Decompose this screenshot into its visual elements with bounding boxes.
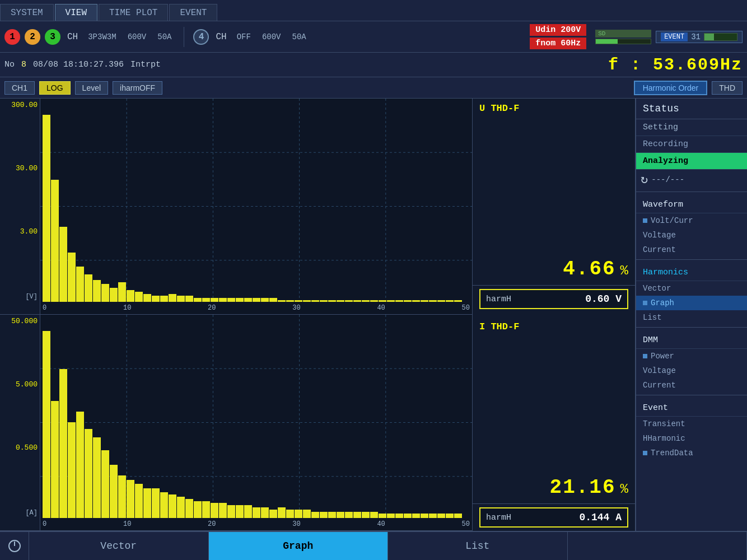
menu-system[interactable]: SYSTEM (0, 4, 54, 21)
sidebar-volt-curr[interactable]: Volt/Curr (636, 213, 747, 228)
v-bar-5 (85, 274, 92, 302)
event-box: EVENT 31 (656, 31, 743, 43)
sidebar-setting-btn[interactable]: Setting (636, 119, 747, 136)
rotate-icon: ↻ (641, 172, 648, 187)
right-sidebar: Status Setting Recording Analyzing ↻ ---… (635, 99, 747, 531)
a-bar-15 (169, 494, 176, 518)
bottom-tab-vector[interactable]: Vector (29, 532, 209, 560)
voltage-harm-value: 0.60 V (585, 293, 622, 305)
a-bar-24 (244, 505, 252, 518)
sidebar-trenddata[interactable]: TrendData (636, 446, 747, 460)
sidebar-recording-btn[interactable]: Recording (636, 136, 747, 153)
ch4-status: OFF (237, 32, 251, 41)
voltage-y-unit: [V] (25, 293, 38, 301)
level-button[interactable]: Level (75, 81, 108, 95)
sidebar-analyzing-btn[interactable]: Analyzing (636, 153, 747, 170)
dmm-current-label: Current (643, 381, 676, 390)
v-bar-25 (253, 298, 260, 302)
menu-timeplot[interactable]: TIME PLOT (99, 4, 168, 21)
intrpt-label: Intrpt (130, 60, 161, 69)
ch4-label: CH (216, 32, 226, 42)
v-bar-24 (244, 298, 252, 302)
v-bar-6 (93, 280, 101, 302)
ch1-badge: 1 (4, 29, 20, 45)
current-thd-value: 21.16 (550, 476, 616, 499)
a-x-30: 30 (292, 520, 300, 530)
transient-label: Transient (643, 419, 685, 428)
harmonic-order-button[interactable]: Harmonic Order (634, 81, 708, 95)
v-bar-26 (261, 298, 269, 302)
v-bar-17 (185, 296, 193, 302)
v-bar-16 (177, 296, 185, 302)
freq-label: f : (608, 55, 642, 74)
a-bar-33 (320, 512, 328, 518)
graph-label: Graph (651, 298, 674, 307)
voltage-thd-value: 4.66 (563, 258, 615, 281)
sidebar-dmm-current[interactable]: Current (636, 378, 747, 393)
menu-view[interactable]: VIEW (55, 4, 97, 21)
current-y-axis: 50.000 5.000 0.500 [A] (0, 315, 40, 530)
a-bar-38 (362, 512, 370, 518)
a-bar-4 (76, 412, 84, 518)
a-bar-26 (261, 507, 269, 518)
sidebar-list[interactable]: List (636, 310, 747, 325)
top-menu-bar: SYSTEM VIEW TIME PLOT EVENT (0, 0, 747, 21)
a-bar-27 (269, 510, 277, 518)
a-x-10: 10 (123, 520, 131, 530)
trenddata-label: TrendData (651, 449, 693, 458)
v-bar-19 (202, 298, 210, 302)
voltage-thd-title: U THD-F (479, 103, 628, 114)
power-icon (7, 538, 22, 554)
sidebar-dmm-power[interactable]: Power (636, 349, 747, 363)
thd-button[interactable]: THD (712, 81, 743, 95)
v-bar-15 (169, 294, 176, 302)
sidebar-dmm-voltage[interactable]: Voltage (636, 363, 747, 378)
sd-bar (596, 39, 618, 44)
a-bar-29 (286, 510, 294, 518)
power-bullet (643, 354, 647, 358)
v-y-label-2: 30.00 (16, 164, 38, 172)
sidebar-sep1 (636, 192, 747, 192)
a-bar-30 (295, 510, 302, 518)
sidebar-vector[interactable]: Vector (636, 281, 747, 296)
iharm-button[interactable]: iharmOFF (113, 81, 162, 95)
voltage-harm-readout: harmH 0.60 V (479, 289, 628, 309)
bottom-tab-graph[interactable]: Graph (209, 532, 389, 560)
v-x-50: 50 (462, 304, 470, 314)
ch-button[interactable]: CH1 (4, 81, 35, 95)
v-bar-9 (118, 282, 126, 302)
a-bar-20 (211, 503, 218, 518)
v-bar-4 (76, 267, 84, 302)
v-y-label-3: 3.00 (20, 227, 38, 236)
v-bar-13 (152, 296, 160, 302)
v-bar-22 (227, 298, 235, 302)
bottom-tab-list[interactable]: List (388, 532, 568, 560)
a-bar-41 (387, 514, 395, 518)
current-chart-plot: 0 10 20 30 40 50 (40, 315, 472, 530)
menu-event[interactable]: EVENT (169, 4, 217, 21)
dmm-voltage-label: Voltage (643, 366, 676, 375)
sidebar-transient[interactable]: Transient (636, 417, 747, 431)
fnom-display: fnom 60Hz (530, 38, 586, 49)
sidebar-voltage[interactable]: Voltage (636, 228, 747, 242)
log-button[interactable]: LOG (39, 81, 71, 95)
sd-area: SD (595, 30, 651, 44)
voltage-y-axis: 300.00 30.00 3.00 [V] (0, 99, 40, 314)
sidebar-graph[interactable]: Graph (636, 296, 747, 310)
v-bar-18 (194, 298, 202, 302)
sidebar-current[interactable]: Current (636, 242, 747, 257)
a-y-label-1: 50.000 (11, 317, 38, 325)
current-harm-label: harmH (486, 513, 511, 522)
volt-curr-bullet (643, 218, 647, 223)
a-bar-7 (101, 450, 109, 518)
controls-row: CH1 LOG Level iharmOFF Harmonic Order TH… (0, 77, 747, 99)
a-bar-0 (43, 331, 50, 518)
voltage-bars (40, 99, 472, 302)
a-bar-44 (412, 514, 420, 518)
sidebar-hharmonic[interactable]: HHarmonic (636, 431, 747, 446)
a-x-40: 40 (377, 520, 385, 530)
header-divider1 (184, 27, 184, 47)
v-bar-8 (110, 288, 118, 302)
v-bar-14 (160, 296, 168, 302)
a-y-label-2: 5.000 (16, 380, 38, 389)
